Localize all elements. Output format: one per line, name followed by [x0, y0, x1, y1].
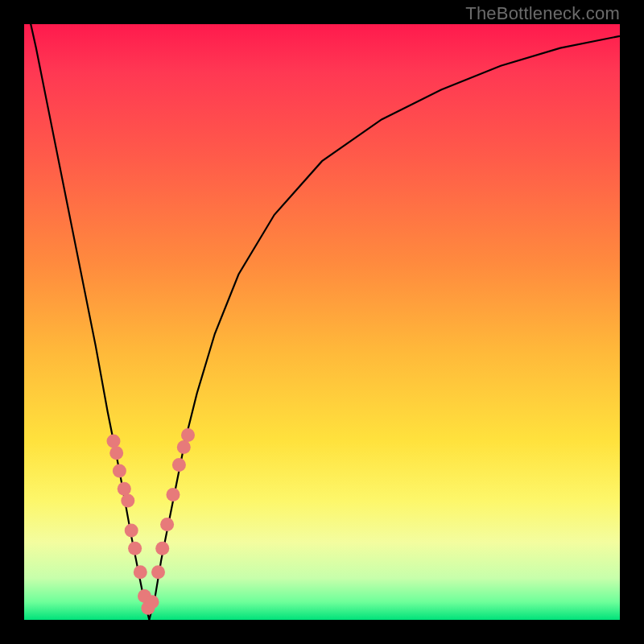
chart-frame: TheBottleneck.com [0, 0, 644, 644]
data-marker [109, 446, 123, 460]
data-marker [155, 542, 169, 555]
data-marker [151, 565, 165, 579]
bottleneck-curve [24, 0, 620, 620]
data-marker [121, 494, 134, 508]
data-marker [177, 440, 191, 454]
plot-area [24, 24, 620, 620]
data-marker [113, 464, 126, 478]
data-marker [125, 524, 138, 538]
data-marker [172, 458, 186, 472]
data-marker [146, 595, 159, 609]
data-marker [107, 435, 121, 448]
data-marker [181, 428, 195, 442]
curve-layer [24, 24, 620, 620]
data-marker [160, 518, 174, 531]
data-marker [134, 565, 147, 579]
data-marker [128, 542, 142, 555]
watermark-text: TheBottleneck.com [465, 3, 620, 24]
data-marker [167, 488, 180, 502]
data-marker [118, 482, 131, 496]
